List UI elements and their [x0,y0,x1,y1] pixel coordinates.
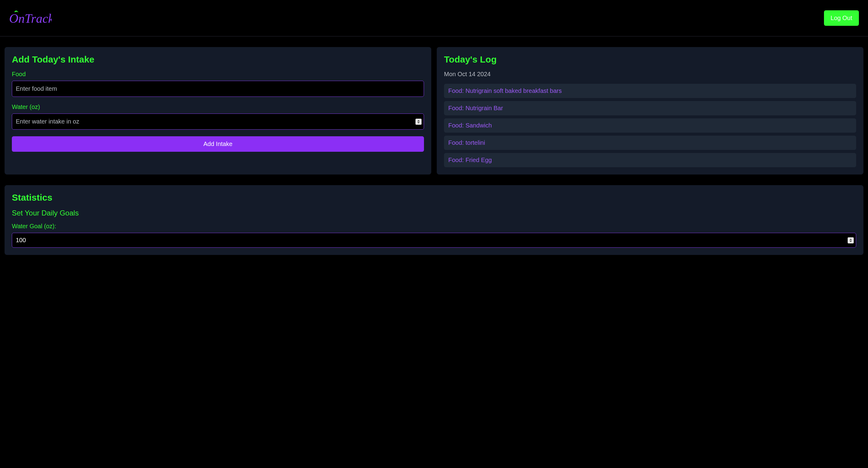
brand-logo: OnTrack [9,9,52,27]
food-input[interactable] [12,81,424,97]
food-label: Food [12,71,424,78]
statistics-card: Statistics Set Your Daily Goals Water Go… [5,185,863,255]
water-input[interactable] [12,113,424,130]
log-item: Food: Nutrigrain Bar [444,101,856,115]
water-goal-input-wrapper [12,233,856,248]
todays-log-card: Today's Log Mon Oct 14 2024 Food: Nutrig… [437,47,863,174]
water-label: Water (oz) [12,103,424,110]
top-row: Add Today's Intake Food Water (oz) Add I… [5,47,863,174]
header-right: Log Out [812,10,859,26]
log-item: Food: Sandwich [444,119,856,133]
water-goal-input[interactable] [12,233,856,248]
spinner-up-icon [849,239,852,240]
log-item: Food: Fried Egg [444,153,856,167]
log-item: Food: Nutrigrain soft baked breakfast ba… [444,84,856,98]
goals-subtitle: Set Your Daily Goals [12,209,856,217]
main-content: Add Today's Intake Food Water (oz) Add I… [0,36,868,260]
spinner-up-icon [417,120,420,122]
add-intake-button[interactable]: Add Intake [12,136,424,152]
add-intake-title: Add Today's Intake [12,54,424,65]
logout-button[interactable]: Log Out [824,10,859,26]
water-input-wrapper [12,113,424,130]
add-intake-card: Add Today's Intake Food Water (oz) Add I… [5,47,431,174]
spinner-down-icon [849,241,852,242]
app-header: OnTrack Log Out [0,0,868,36]
logo-leaf-icon: OnTrack [9,9,52,27]
todays-log-title: Today's Log [444,54,856,65]
log-item: Food: tortelini [444,136,856,150]
log-items-list: Food: Nutrigrain soft baked breakfast ba… [444,84,856,167]
log-date: Mon Oct 14 2024 [444,71,856,78]
statistics-title: Statistics [12,193,856,203]
water-goal-label: Water Goal (oz): [12,223,856,230]
svg-text:OnTrack: OnTrack [9,11,52,26]
water-goal-spinner[interactable] [848,237,854,243]
water-spinner[interactable] [415,119,422,125]
spinner-down-icon [417,122,420,124]
